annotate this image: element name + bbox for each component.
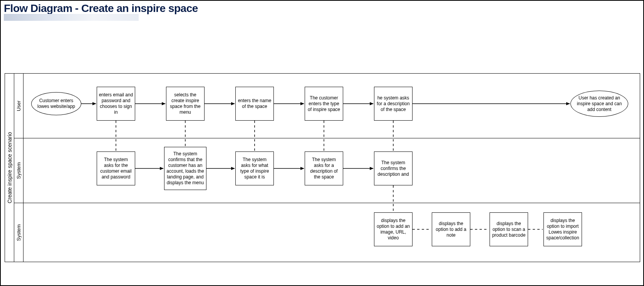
lane-user-content: Customer enters lowes website/app enters… [23, 74, 640, 138]
node-sys-ask-type: The system asks for what type of inspire… [235, 151, 274, 185]
node-user-select: selects the create inspire space from th… [166, 87, 205, 121]
node-sys-ask-desc: The system asks for a description of the… [305, 151, 343, 185]
lane-user-label-text: User [16, 101, 22, 111]
lane-system-2-label-text: System [16, 224, 22, 241]
node-opt-media: displays the option to add an image, URL… [374, 212, 413, 246]
lane-system-1-label-text: System [16, 162, 22, 179]
node-end: User has created an inspire space and ca… [570, 91, 628, 117]
page-title: Flow Diagram - Create an inspire space [4, 2, 198, 15]
node-sys-ask-login: The system asks for the customer email a… [97, 151, 135, 185]
swimlane-pool: Create inspire space scenario User Custo… [5, 73, 640, 262]
lane-system-1-content: The system asks for the customer email a… [23, 138, 640, 203]
lane-system-1: System The system asks for the customer … [14, 138, 640, 203]
node-user-login: enters email and password and chooses to… [97, 87, 135, 121]
node-sys-confirm-desc: The system confirms the description and [374, 151, 413, 185]
node-start: Customer enters lowes website/app [31, 92, 81, 115]
node-opt-import: displays the option to import Lowes insp… [543, 212, 582, 246]
node-opt-note: displays the option to add a note [432, 212, 470, 246]
node-sys-confirm-acct: The system confirms that the customer ha… [164, 147, 206, 190]
lane-system-2: System displays the option to add an ima… [14, 203, 640, 262]
lane-system-1-label: System [14, 138, 23, 203]
pool-label: Create inspire space scenario [5, 74, 14, 262]
lane-user: User Customer enters lowes website/app e… [14, 74, 640, 138]
lane-user-label: User [14, 74, 23, 138]
node-user-desc: he system asks for a description of the … [374, 87, 413, 121]
node-opt-barcode: displays the option to scan a product ba… [490, 212, 528, 246]
lane-system-2-content: displays the option to add an image, URL… [23, 203, 640, 262]
pool-label-text: Create inspire space scenario [7, 132, 13, 203]
node-user-type: The customer enters the type of inspire … [305, 87, 343, 121]
subtitle-placeholder-bar [4, 14, 139, 21]
node-user-name: enters the name of the space [235, 87, 274, 121]
lane-system-2-label: System [14, 203, 23, 262]
page-root: Flow Diagram - Create an inspire space C… [0, 0, 644, 286]
